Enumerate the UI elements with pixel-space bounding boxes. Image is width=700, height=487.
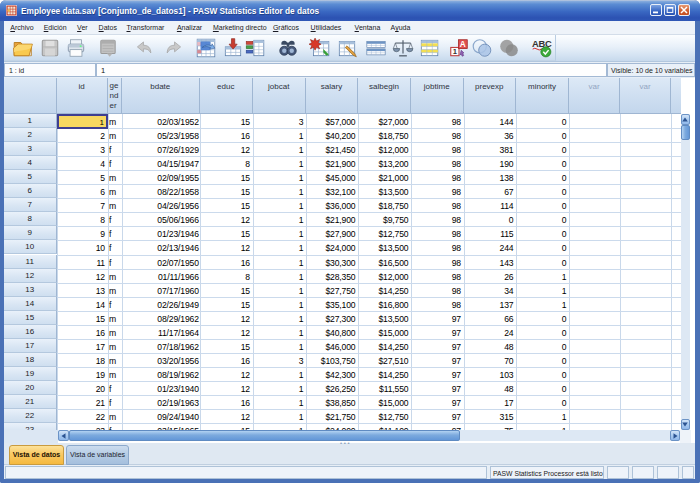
svg-text:1: 1	[453, 47, 458, 56]
svg-text:A: A	[460, 39, 466, 48]
svg-text:ABC: ABC	[532, 38, 552, 48]
